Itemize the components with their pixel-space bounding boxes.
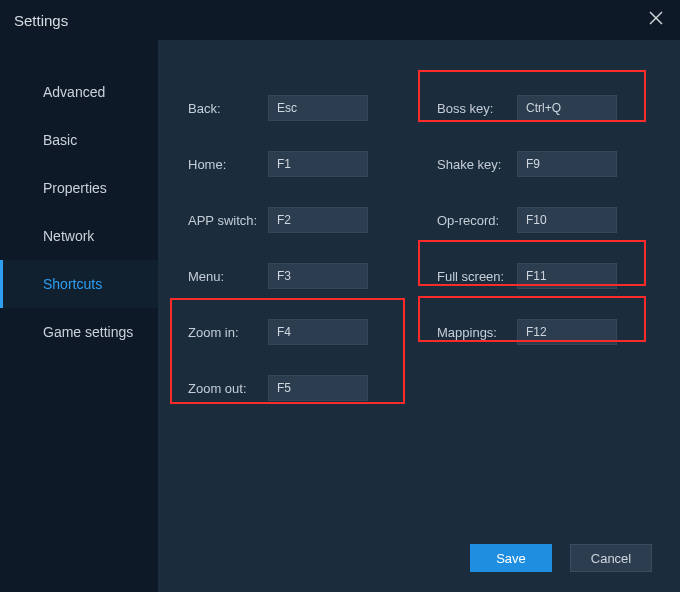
shortcut-label: Zoom in: bbox=[170, 325, 268, 340]
shortcut-menu: Menu: F3 bbox=[170, 263, 419, 289]
shortcut-row: Home: F1 Shake key: F9 bbox=[170, 136, 668, 192]
close-button[interactable] bbox=[644, 8, 668, 32]
sidebar-item-label: Properties bbox=[43, 180, 107, 196]
sidebar: Advanced Basic Properties Network Shortc… bbox=[0, 40, 158, 592]
sidebar-item-basic[interactable]: Basic bbox=[0, 116, 158, 164]
sidebar-item-label: Basic bbox=[43, 132, 77, 148]
body-area: Advanced Basic Properties Network Shortc… bbox=[0, 40, 680, 592]
cancel-button[interactable]: Cancel bbox=[570, 544, 652, 572]
shortcut-row: Back: Esc Boss key: Ctrl+Q bbox=[170, 80, 668, 136]
shortcut-label: Full screen: bbox=[419, 269, 517, 284]
shortcut-op-record: Op-record: F10 bbox=[419, 207, 668, 233]
shortcut-zoom-in-input[interactable]: F4 bbox=[268, 319, 368, 345]
shortcut-mappings-input[interactable]: F12 bbox=[517, 319, 617, 345]
shortcut-mappings: Mappings: F12 bbox=[419, 319, 668, 345]
shortcut-shake-key: Shake key: F9 bbox=[419, 151, 668, 177]
shortcut-boss-key-input[interactable]: Ctrl+Q bbox=[517, 95, 617, 121]
shortcut-label: Home: bbox=[170, 157, 268, 172]
shortcut-rows: Back: Esc Boss key: Ctrl+Q Home: F1 Shak… bbox=[158, 80, 680, 416]
shortcut-label: Back: bbox=[170, 101, 268, 116]
footer-buttons: Save Cancel bbox=[470, 544, 652, 572]
shortcut-row: Zoom out: F5 bbox=[170, 360, 668, 416]
shortcut-label: Zoom out: bbox=[170, 381, 268, 396]
shortcut-op-record-input[interactable]: F10 bbox=[517, 207, 617, 233]
sidebar-item-label: Network bbox=[43, 228, 94, 244]
shortcut-boss-key: Boss key: Ctrl+Q bbox=[419, 95, 668, 121]
content-panel: Back: Esc Boss key: Ctrl+Q Home: F1 Shak… bbox=[158, 40, 680, 592]
sidebar-item-properties[interactable]: Properties bbox=[0, 164, 158, 212]
shortcut-home: Home: F1 bbox=[170, 151, 419, 177]
shortcut-row: APP switch: F2 Op-record: F10 bbox=[170, 192, 668, 248]
shortcut-zoom-out-input[interactable]: F5 bbox=[268, 375, 368, 401]
shortcut-zoom-out: Zoom out: F5 bbox=[170, 375, 419, 401]
shortcut-row: Menu: F3 Full screen: F11 bbox=[170, 248, 668, 304]
shortcut-app-switch: APP switch: F2 bbox=[170, 207, 419, 233]
sidebar-item-game-settings[interactable]: Game settings bbox=[0, 308, 158, 356]
close-icon bbox=[649, 11, 663, 29]
shortcut-label: APP switch: bbox=[170, 213, 268, 228]
titlebar: Settings bbox=[0, 0, 680, 40]
shortcut-menu-input[interactable]: F3 bbox=[268, 263, 368, 289]
shortcut-zoom-in: Zoom in: F4 bbox=[170, 319, 419, 345]
shortcut-label: Mappings: bbox=[419, 325, 517, 340]
sidebar-item-network[interactable]: Network bbox=[0, 212, 158, 260]
shortcut-label: Shake key: bbox=[419, 157, 517, 172]
sidebar-item-advanced[interactable]: Advanced bbox=[0, 68, 158, 116]
shortcut-row: Zoom in: F4 Mappings: F12 bbox=[170, 304, 668, 360]
shortcut-home-input[interactable]: F1 bbox=[268, 151, 368, 177]
window-title: Settings bbox=[14, 12, 68, 29]
save-button[interactable]: Save bbox=[470, 544, 552, 572]
shortcut-label: Boss key: bbox=[419, 101, 517, 116]
shortcut-back: Back: Esc bbox=[170, 95, 419, 121]
shortcut-app-switch-input[interactable]: F2 bbox=[268, 207, 368, 233]
sidebar-item-label: Shortcuts bbox=[43, 276, 102, 292]
settings-window: Settings Advanced Basic Properties Netwo… bbox=[0, 0, 680, 592]
shortcut-shake-key-input[interactable]: F9 bbox=[517, 151, 617, 177]
shortcut-label: Menu: bbox=[170, 269, 268, 284]
sidebar-item-shortcuts[interactable]: Shortcuts bbox=[0, 260, 158, 308]
shortcut-full-screen-input[interactable]: F11 bbox=[517, 263, 617, 289]
shortcut-full-screen: Full screen: F11 bbox=[419, 263, 668, 289]
sidebar-item-label: Advanced bbox=[43, 84, 105, 100]
shortcut-label: Op-record: bbox=[419, 213, 517, 228]
sidebar-item-label: Game settings bbox=[43, 324, 133, 340]
shortcut-back-input[interactable]: Esc bbox=[268, 95, 368, 121]
